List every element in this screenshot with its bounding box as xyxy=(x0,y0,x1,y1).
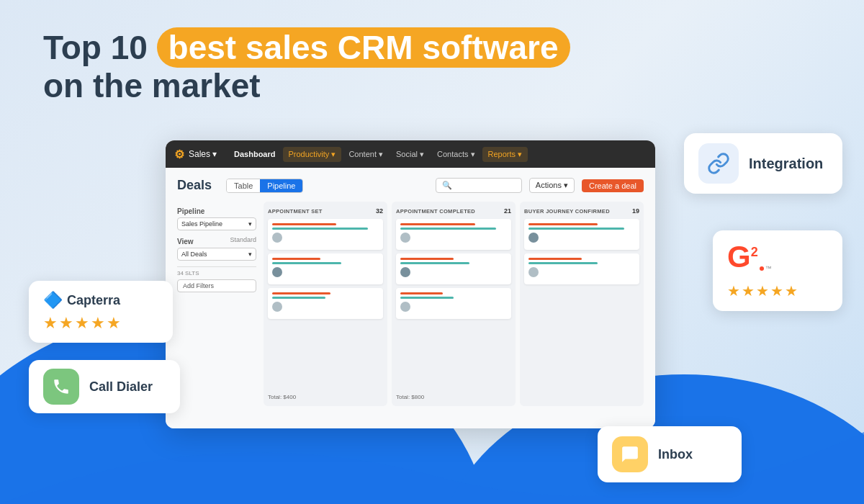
capterra-card: 🔷 Capterra ★ ★ ★ ★ ★ xyxy=(29,281,173,343)
deal-bar-red xyxy=(528,258,582,260)
deal-bar-teal xyxy=(528,262,598,264)
capterra-star5: ★ xyxy=(107,314,121,333)
capterra-stars: ★ ★ ★ ★ ★ xyxy=(43,314,121,333)
deal-bar-teal xyxy=(400,297,454,299)
pipeline-select[interactable]: Sales Pipeline ▾ xyxy=(177,217,256,230)
phone-icon xyxy=(52,377,71,396)
avatar xyxy=(400,233,410,243)
integration-icon-bg xyxy=(698,143,739,184)
deal-card xyxy=(268,253,383,284)
g2-rating-card: G2 ™ ★ ★ ★ ★ ★ xyxy=(713,230,842,311)
col1-count: 32 xyxy=(376,207,383,215)
col2-count: 21 xyxy=(504,207,511,215)
create-deal-button[interactable]: Create a deal xyxy=(582,179,644,192)
results-text: 34 SLTS xyxy=(177,270,256,276)
star3: ★ xyxy=(756,282,769,300)
star2: ★ xyxy=(742,282,755,300)
view-label: View xyxy=(177,238,194,246)
g2-logo-area: G2 ™ xyxy=(727,242,772,276)
avatar xyxy=(528,233,539,243)
col2-header: APPOINTMENT COMPLETED 21 xyxy=(396,207,511,215)
deal-bar-red xyxy=(272,258,320,260)
col3-count: 19 xyxy=(632,207,639,215)
search-icon: 🔍 xyxy=(442,181,452,190)
avatar xyxy=(400,302,410,312)
g2-dot xyxy=(760,266,764,271)
col2-total: Total: $800 xyxy=(396,391,511,400)
sidebar-filters: Pipeline Sales Pipeline ▾ View Standard … xyxy=(177,202,256,406)
search-bar[interactable]: 🔍 xyxy=(436,178,522,193)
nav-reports[interactable]: Reports ▾ xyxy=(482,147,528,162)
deal-card xyxy=(524,253,639,284)
avatar xyxy=(272,267,282,277)
g2-tm: ™ xyxy=(765,265,772,272)
col1-total: Total: $400 xyxy=(268,391,383,400)
col2-title: APPOINTMENT COMPLETED xyxy=(396,208,475,215)
capterra-star3: ★ xyxy=(75,314,89,333)
deal-card xyxy=(524,219,639,250)
avatar xyxy=(400,267,410,277)
capterra-icon: 🔷 xyxy=(43,291,63,310)
deals-title: Deals xyxy=(177,178,212,193)
link-icon xyxy=(707,152,730,175)
crm-navbar: ⚙ Sales ▾ Dashboard Productivity ▾ Conte… xyxy=(166,140,655,168)
kanban-column-appointment-set: APPOINTMENT SET 32 xyxy=(264,202,387,406)
deal-bar-red xyxy=(272,223,336,225)
nav-sales-menu[interactable]: Sales ▾ xyxy=(189,149,217,159)
nav-sales-label: Sales xyxy=(189,149,210,159)
col3-header: BUYER JOURNEY CONFIRMED 19 xyxy=(524,207,639,215)
kanban-column-buyer-journey: BUYER JOURNEY CONFIRMED 19 xyxy=(520,202,644,406)
view-value: All Deals xyxy=(181,251,207,258)
integration-label: Integration xyxy=(749,156,823,172)
inbox-icon-bg xyxy=(612,436,648,472)
deal-card xyxy=(396,288,511,319)
call-dialer-card: Call Dialer xyxy=(29,360,180,413)
star5-half: ★ xyxy=(785,282,798,300)
deal-bar-teal xyxy=(528,228,624,230)
deal-card xyxy=(268,288,383,319)
pipeline-area: Pipeline Sales Pipeline ▾ View Standard … xyxy=(177,202,644,406)
view-select[interactable]: All Deals ▾ xyxy=(177,248,256,261)
deal-bar-red xyxy=(400,223,475,225)
nav-dashboard[interactable]: Dashboard xyxy=(228,147,281,161)
deal-bar-red xyxy=(272,292,330,294)
col1-title: APPOINTMENT SET xyxy=(268,208,323,215)
actions-button[interactable]: Actions ▾ xyxy=(529,178,575,193)
kanban-board: APPOINTMENT SET 32 xyxy=(264,202,644,406)
capterra-logo-row: 🔷 Capterra xyxy=(43,291,120,310)
nav-social[interactable]: Social ▾ xyxy=(390,147,430,162)
tab-table[interactable]: Table xyxy=(227,179,260,192)
deal-bar-red xyxy=(528,223,598,225)
title-prefix: Top 10 xyxy=(43,29,157,66)
title-line2: on the market xyxy=(43,67,570,105)
tab-pipeline[interactable]: Pipeline xyxy=(260,179,302,192)
pipeline-chevron: ▾ xyxy=(248,220,252,228)
star1: ★ xyxy=(727,282,740,300)
pipeline-label: Pipeline xyxy=(177,207,256,215)
add-filters-button[interactable]: Add Filters xyxy=(177,279,256,292)
deal-bar-red xyxy=(400,292,443,294)
title-line1: Top 10 best sales CRM software xyxy=(43,29,570,67)
g2-stars: ★ ★ ★ ★ ★ xyxy=(727,282,798,300)
deal-card xyxy=(268,219,383,250)
capterra-name: Capterra xyxy=(67,293,120,308)
deal-card xyxy=(396,253,511,284)
star4: ★ xyxy=(770,282,783,300)
col3-title: BUYER JOURNEY CONFIRMED xyxy=(524,208,610,215)
g2-logo: G2 xyxy=(727,242,758,272)
title-highlight: best sales CRM software xyxy=(157,27,570,68)
capterra-star2: ★ xyxy=(59,314,73,333)
view-tabs: Table Pipeline xyxy=(226,179,303,193)
kanban-column-appointment-completed: APPOINTMENT COMPLETED 21 xyxy=(392,202,516,406)
view-label-row: View Standard xyxy=(177,232,256,248)
deal-card xyxy=(396,219,511,250)
filter-divider xyxy=(177,266,256,267)
chat-icon xyxy=(621,445,639,464)
hero-title-area: Top 10 best sales CRM software on the ma… xyxy=(43,29,570,105)
deal-bar-teal xyxy=(400,228,496,230)
nav-contacts[interactable]: Contacts ▾ xyxy=(431,147,480,162)
inbox-label: Inbox xyxy=(658,447,693,462)
inbox-card: Inbox xyxy=(598,426,742,482)
nav-productivity[interactable]: Productivity ▾ xyxy=(283,147,342,162)
nav-content[interactable]: Content ▾ xyxy=(343,147,389,162)
